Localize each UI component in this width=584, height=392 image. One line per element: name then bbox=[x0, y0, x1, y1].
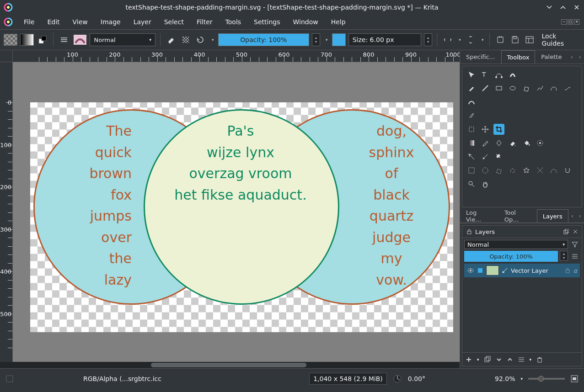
layer-blend-combo[interactable]: Normal▾ bbox=[464, 240, 568, 249]
smart-fill-tool-icon[interactable] bbox=[507, 138, 518, 148]
tabs-scroll-right-icon[interactable]: › bbox=[576, 50, 584, 64]
lock-icon[interactable] bbox=[466, 228, 472, 235]
mdi-minimize-icon[interactable]: ‒ bbox=[561, 19, 567, 25]
canvas-viewport[interactable]: Thequickbrownfoxjumpsoverthelazy Pa'swij… bbox=[13, 62, 460, 362]
properties-dropdown-icon[interactable]: ▾ bbox=[530, 357, 532, 362]
freehand-path-tool-icon[interactable] bbox=[562, 83, 573, 94]
fgbg-swap-icon[interactable] bbox=[37, 34, 48, 46]
zoom-tool-icon[interactable] bbox=[466, 179, 477, 190]
ruler-vertical[interactable]: 0100200300400500 bbox=[0, 62, 13, 362]
brush-tool-icon[interactable] bbox=[466, 83, 477, 94]
eraser-icon[interactable] bbox=[165, 34, 177, 46]
tab-logview[interactable]: Log Vie… bbox=[460, 209, 498, 222]
save-icon[interactable] bbox=[509, 34, 521, 46]
wrap-around-icon[interactable] bbox=[494, 34, 506, 46]
tabs-mid-scroll-right-icon[interactable]: › bbox=[576, 209, 584, 222]
menu-view[interactable]: View bbox=[66, 16, 94, 27]
reload-dropdown[interactable] bbox=[209, 34, 215, 46]
select-similar-tool-icon[interactable] bbox=[535, 165, 546, 176]
tabs-scroll-left-icon[interactable]: ‹ bbox=[568, 50, 576, 64]
size-slider[interactable]: Size: 6.00 px bbox=[348, 33, 421, 46]
mirror-h-icon[interactable] bbox=[442, 34, 454, 46]
ellipse-tool-icon[interactable] bbox=[507, 83, 518, 94]
workspace-icon[interactable] bbox=[524, 34, 536, 46]
alpha-lock-icon[interactable] bbox=[180, 34, 192, 46]
size-spinner[interactable]: ▴▾ bbox=[424, 33, 432, 46]
zoom-slider[interactable] bbox=[528, 375, 565, 383]
mirror-h-dropdown[interactable] bbox=[456, 34, 462, 46]
move-tool-icon[interactable] bbox=[466, 124, 477, 135]
select-bezier-tool-icon[interactable] bbox=[548, 165, 559, 176]
tab-palette[interactable]: Palette bbox=[535, 50, 568, 64]
tab-toolbox[interactable]: Toolbox bbox=[501, 50, 536, 64]
zoom-dropdown-icon[interactable]: ▾ bbox=[520, 376, 523, 381]
delete-layer-icon[interactable] bbox=[536, 356, 543, 363]
pattern-swatch[interactable] bbox=[4, 34, 17, 46]
select-ellipse-tool-icon[interactable] bbox=[480, 165, 491, 176]
colorspace-label[interactable]: RGB/Alpha (...srgbtrc.icc bbox=[83, 375, 161, 382]
brush-preset-icon[interactable] bbox=[73, 34, 87, 46]
layer-alpha-icon[interactable]: α bbox=[573, 267, 577, 274]
rotation-icon[interactable] bbox=[392, 374, 402, 384]
select-free-tool-icon[interactable] bbox=[507, 165, 518, 176]
menu-help[interactable]: Help bbox=[325, 16, 352, 27]
transform-tool-icon[interactable] bbox=[466, 69, 477, 80]
mdi-maximize-icon[interactable]: □ bbox=[568, 19, 573, 25]
float-docker-icon[interactable] bbox=[563, 229, 569, 234]
properties-icon[interactable] bbox=[518, 356, 525, 363]
reference-tool-icon[interactable] bbox=[480, 151, 491, 162]
layer-menu-icon[interactable] bbox=[570, 251, 580, 262]
maximize-icon[interactable] bbox=[559, 4, 567, 11]
layer-opacity-spinner[interactable]: ▴▾ bbox=[560, 251, 568, 261]
color-picker-tool-icon[interactable] bbox=[480, 138, 491, 148]
selection-mode-icon[interactable] bbox=[5, 375, 14, 383]
gradient-tool-icon[interactable] bbox=[466, 138, 477, 148]
move-up-icon[interactable] bbox=[507, 356, 513, 363]
menu-settings[interactable]: Settings bbox=[247, 16, 286, 27]
minimize-icon[interactable] bbox=[546, 4, 553, 11]
tabs-mid-scroll-left-icon[interactable]: ‹ bbox=[568, 209, 576, 222]
multibrush-tool-icon[interactable] bbox=[466, 110, 477, 121]
opacity-slider[interactable]: Opacity: 100% bbox=[218, 33, 309, 46]
dynamic-brush-tool-icon[interactable] bbox=[466, 96, 477, 107]
gradient-swatch[interactable] bbox=[20, 34, 34, 46]
reload-preset-icon[interactable] bbox=[194, 34, 206, 46]
opacity-spinner[interactable]: ▴▾ bbox=[312, 33, 320, 46]
visibility-icon[interactable] bbox=[467, 267, 474, 274]
bezier-tool-icon[interactable] bbox=[548, 83, 559, 94]
menu-select[interactable]: Select bbox=[158, 16, 190, 27]
close-icon[interactable] bbox=[573, 4, 580, 11]
duplicate-layer-icon[interactable] bbox=[484, 356, 491, 363]
calligraphy-tool-icon[interactable] bbox=[507, 69, 518, 80]
menu-edit[interactable]: Edit bbox=[41, 16, 66, 27]
text-tool-icon[interactable]: T bbox=[480, 69, 491, 80]
opacity-dropdown[interactable] bbox=[323, 34, 329, 46]
menu-tools[interactable]: Tools bbox=[219, 16, 248, 27]
polygon-tool-icon[interactable] bbox=[521, 83, 532, 94]
horizontal-scrollbar[interactable] bbox=[0, 362, 460, 368]
menu-file[interactable]: File bbox=[17, 16, 41, 27]
menu-layer[interactable]: Layer bbox=[127, 16, 158, 27]
transform-move-tool-icon[interactable] bbox=[480, 124, 491, 135]
select-rect-tool-icon[interactable] bbox=[466, 165, 477, 176]
canvas-map-icon[interactable] bbox=[570, 375, 579, 383]
tab-tooloptions[interactable]: Tool Op… bbox=[498, 209, 537, 222]
zoom-value[interactable]: 92.0% bbox=[495, 375, 515, 382]
lock-guides-button[interactable]: Lock Guides bbox=[542, 32, 580, 47]
mdi-close-icon[interactable]: × bbox=[574, 19, 579, 25]
scrollbar-thumb[interactable] bbox=[151, 363, 306, 367]
filter-icon[interactable] bbox=[570, 240, 580, 249]
tab-specific[interactable]: Specific… bbox=[460, 50, 501, 64]
mirror-v-icon[interactable] bbox=[465, 34, 477, 46]
tab-layers[interactable]: Layers bbox=[537, 209, 568, 222]
pan-tool-icon[interactable] bbox=[480, 179, 491, 190]
layer-row[interactable]: Vector Layer α bbox=[464, 264, 580, 277]
ruler-horizontal[interactable]: 1002003004005006007008009001000 bbox=[13, 50, 460, 62]
close-docker-icon[interactable] bbox=[573, 229, 578, 234]
menu-window[interactable]: Window bbox=[287, 16, 325, 27]
select-contiguous-tool-icon[interactable] bbox=[521, 165, 532, 176]
select-magnetic-tool-icon[interactable] bbox=[562, 165, 573, 176]
measure-tool-icon[interactable] bbox=[466, 151, 477, 162]
menu-image[interactable]: Image bbox=[94, 16, 127, 27]
layer-lock-icon[interactable] bbox=[565, 268, 570, 273]
